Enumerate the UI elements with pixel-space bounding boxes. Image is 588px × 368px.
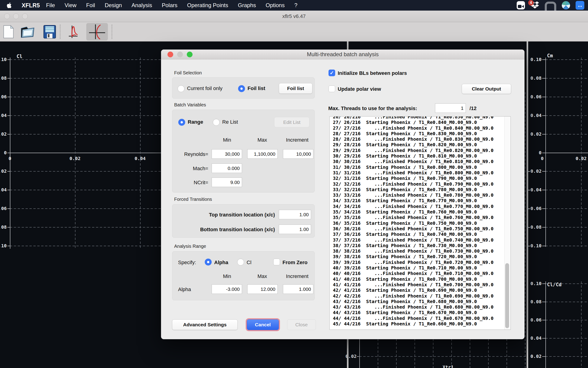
- cm-graph-y-tick-mark: [542, 208, 545, 209]
- pane-splitter-right[interactable]: [527, 41, 528, 368]
- log-scrollbar[interactable]: [504, 117, 510, 330]
- cm-graph-x-tick-label: 0: [532, 156, 553, 161]
- menu-item-graphs[interactable]: Graphs: [233, 2, 261, 9]
- reynolds-max-input[interactable]: 1,100,000: [247, 149, 278, 159]
- batch-variables-label: Batch Variables: [174, 102, 206, 108]
- menu-item--[interactable]: ?: [290, 2, 302, 9]
- new-file-button[interactable]: [3, 25, 14, 38]
- re-list-radio-label: Re List: [222, 119, 238, 125]
- clcd-graph-y-axis-line: [545, 281, 546, 368]
- reynolds-min-input[interactable]: 30,000: [212, 149, 242, 159]
- log-line: 40/ 39/216 Starting Phoenix / T1_Re0.710…: [333, 265, 493, 271]
- menu-item-design[interactable]: Design: [100, 2, 127, 9]
- foil-design-button[interactable]: [86, 23, 108, 41]
- log-line: 35/ 35/216 ...Finished Phoenix / T1_Re0.…: [333, 215, 493, 220]
- foil-list-button[interactable]: Foil list: [279, 83, 312, 94]
- batch-col-increment: Increment: [281, 137, 313, 143]
- clcd-graph-y-tick-mark: [542, 302, 545, 302]
- bottom-transition-input[interactable]: 1.00: [279, 225, 311, 234]
- alpha-min-input[interactable]: -3.000: [212, 285, 242, 294]
- dialog-zoom-button[interactable]: [187, 52, 193, 57]
- dropbox-icon[interactable]: 4: [530, 1, 539, 9]
- cm-graph-y-tick-mark: [542, 171, 545, 172]
- save-button[interactable]: [43, 25, 56, 39]
- log-scrollbar-thumb[interactable]: [505, 263, 509, 328]
- cm-graph-gridline-h: [545, 78, 588, 79]
- menu-item-operating-points[interactable]: Operating Points: [182, 2, 233, 9]
- edit-list-button[interactable]: Edit List: [274, 117, 309, 127]
- anyconnect-globe-icon[interactable]: [562, 1, 570, 9]
- clcd-graph-title: Cl/Cd: [547, 282, 562, 287]
- dialog-title: Multi-threaded batch analysis: [307, 51, 379, 58]
- re-list-radio[interactable]: [213, 119, 220, 126]
- foil-list-radio[interactable]: [238, 85, 245, 92]
- apple-menu-icon[interactable]: [7, 2, 13, 9]
- analysis-log-output[interactable]: 26/ 26/216 ...Finished Phoenix / T1_Re0.…: [329, 116, 511, 330]
- cm-graph-gridline-h: [545, 59, 588, 60]
- range-col-max: Max: [246, 273, 278, 279]
- arch-app-icon[interactable]: [545, 0, 556, 11]
- from-zero-checkbox[interactable]: [273, 259, 280, 265]
- log-line: 30/ 29/216 Starting Phoenix / T1_Re0.810…: [333, 153, 493, 159]
- menu-item-foil[interactable]: Foil: [81, 2, 100, 9]
- alpha-increment-input[interactable]: 1.000: [283, 285, 313, 294]
- open-file-button[interactable]: [20, 25, 36, 38]
- menu-item-analysis[interactable]: Analysis: [127, 2, 157, 9]
- window-title-bar: xflr5 v6.47: [0, 11, 588, 22]
- menu-item-polars[interactable]: Polars: [157, 2, 182, 9]
- bottom-transition-label: Bottom transition location (x/c): [183, 227, 275, 233]
- log-line: 31/ 30/216 Starting Phoenix / T1_Re0.800…: [333, 165, 493, 170]
- cm-graph-y-tick-mark: [542, 97, 545, 97]
- cancel-button[interactable]: Cancel: [247, 319, 279, 330]
- teamviewer-icon[interactable]: ↔: [576, 1, 584, 10]
- current-foil-only-radio[interactable]: [178, 85, 184, 92]
- cl-graph-y-tick-mark: [7, 59, 10, 60]
- cl-graph-gridline-v: [75, 58, 75, 249]
- log-line: 35/ 34/216 Starting Phoenix / T1_Re0.760…: [333, 209, 493, 215]
- cl-graph-y-axis-line: [10, 58, 10, 249]
- menu-item-view[interactable]: View: [60, 2, 81, 9]
- zoom-video-icon[interactable]: [517, 1, 525, 9]
- close-window-button[interactable]: [4, 13, 10, 19]
- mach-input[interactable]: 0.000: [212, 164, 242, 173]
- cm-graph-y-tick-mark: [542, 59, 545, 60]
- max-threads-total: /12: [470, 105, 477, 111]
- top-transition-input[interactable]: 1.00: [279, 210, 311, 219]
- close-button[interactable]: Close: [287, 319, 316, 330]
- cl-graph-y-tick-mark: [7, 190, 10, 190]
- cl-graph-y-tick-label: -0.02: [0, 168, 7, 174]
- dialog-title-bar[interactable]: Multi-threaded batch analysis: [161, 49, 525, 59]
- cl-radio[interactable]: [237, 259, 244, 266]
- cl-graph-y-tick-mark: [7, 78, 10, 79]
- cm-graph-y-tick-mark: [542, 134, 545, 135]
- cl-graph-y-tick-label: -0.10: [0, 243, 7, 248]
- update-polar-view-checkbox[interactable]: [328, 85, 335, 92]
- menu-app-name[interactable]: XFLR5: [22, 2, 40, 9]
- initialize-bls-checkbox[interactable]: ✓: [328, 70, 335, 76]
- cm-graph-gridline-h: [545, 208, 588, 209]
- cl-graph-y-tick-mark: [7, 246, 10, 246]
- polar-view-button[interactable]: [67, 24, 84, 39]
- alpha-max-input[interactable]: 12.000: [247, 285, 278, 294]
- batch-col-min: Min: [211, 137, 243, 143]
- ncrit-input[interactable]: 9.00: [212, 178, 242, 187]
- menu-item-options[interactable]: Options: [261, 2, 290, 9]
- cm-graph-y-tick-mark: [542, 115, 545, 116]
- advanced-settings-button[interactable]: Advanced Settings: [172, 319, 238, 330]
- toolbar: NACA 0009: [0, 22, 588, 41]
- log-line: 27/ 27/216 ...Finished Phoenix / T1_Re0.…: [333, 125, 493, 131]
- range-radio[interactable]: [178, 119, 185, 126]
- from-zero-label: From Zero: [282, 259, 307, 266]
- clear-output-button[interactable]: Clear Output: [462, 84, 511, 94]
- cl-graph-title: Cl: [17, 54, 22, 59]
- reynolds-increment-input[interactable]: 10,000: [283, 149, 313, 159]
- cl-graph-y-tick-label: 0.08: [0, 75, 7, 81]
- max-threads-input[interactable]: 1: [435, 103, 466, 113]
- alpha-radio[interactable]: [205, 259, 212, 266]
- update-polar-view-label: Update polar view: [338, 86, 381, 92]
- dialog-close-button[interactable]: [167, 52, 173, 57]
- menu-item-file[interactable]: File: [41, 2, 60, 9]
- log-line: 30/ 30/216 ...Finished Phoenix / T1_Re0.…: [333, 159, 493, 164]
- minimize-window-button[interactable]: [13, 13, 19, 19]
- zoom-window-button[interactable]: [22, 13, 28, 19]
